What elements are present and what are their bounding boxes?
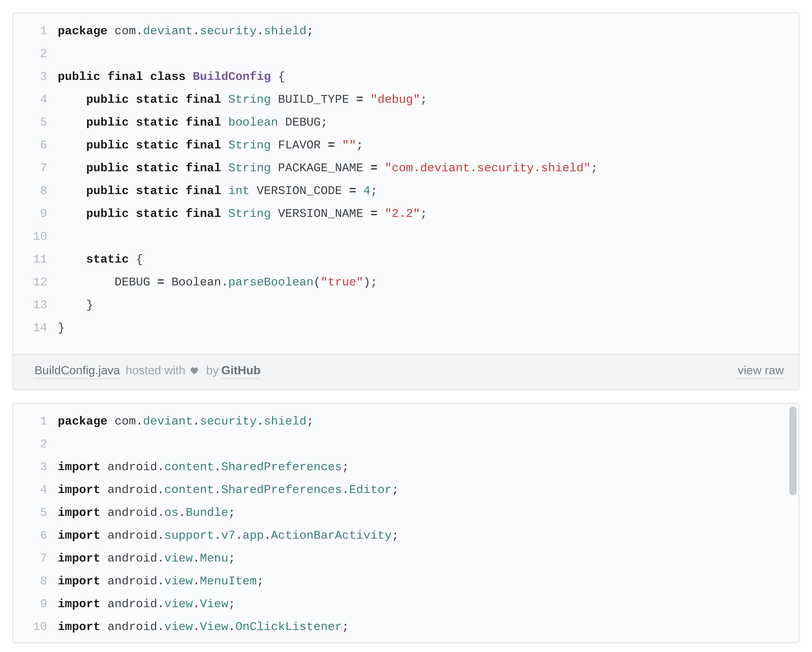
github-link[interactable]: GitHub	[221, 363, 261, 379]
code-line: 4import android.content.SharedPreference…	[13, 478, 799, 501]
line-number: 6	[13, 524, 58, 547]
line-number: 4	[13, 478, 58, 501]
code-content[interactable]: import android.os.Bundle;	[58, 501, 799, 524]
code-line: 8import android.view.MenuItem;	[13, 570, 799, 593]
line-number: 7	[13, 547, 58, 570]
code-line: 9 public static final String VERSION_NAM…	[13, 202, 799, 225]
line-number: 7	[13, 157, 58, 180]
line-number: 9	[13, 202, 58, 225]
code-line: 10	[13, 225, 799, 248]
gist-mainactivity: 1package com.deviant.security.shield;2 3…	[13, 403, 799, 643]
code-line: 4 public static final String BUILD_TYPE …	[13, 88, 799, 111]
line-number: 12	[13, 271, 58, 294]
line-number: 13	[13, 294, 58, 317]
code-content[interactable]: public static final String PACKAGE_NAME …	[58, 157, 799, 180]
code-line: 13 }	[13, 294, 799, 317]
code-area: 1package com.deviant.security.shield;2 3…	[13, 404, 799, 643]
code-content[interactable]: }	[58, 294, 799, 317]
line-number: 10	[13, 225, 58, 248]
line-number: 3	[13, 66, 58, 88]
code-line: 9import android.view.View;	[13, 593, 799, 615]
line-number: 2	[13, 433, 58, 455]
line-number: 6	[13, 134, 58, 157]
code-line: 8 public static final int VERSION_CODE =…	[13, 180, 799, 202]
code-content[interactable]: import android.support.v7.app.ActionBarA…	[58, 524, 799, 547]
code-line: 5 public static final boolean DEBUG;	[13, 111, 799, 134]
code-line: 7import android.view.Menu;	[13, 547, 799, 570]
code-line: 2	[13, 433, 799, 455]
gist-filename-link[interactable]: BuildConfig.java	[35, 363, 120, 379]
code-content[interactable]: public final class BuildConfig {	[58, 66, 799, 88]
code-content[interactable]: package com.deviant.security.shield;	[58, 20, 799, 43]
line-number: 5	[13, 501, 58, 524]
line-number: 8	[13, 180, 58, 202]
view-raw-link[interactable]: view raw	[738, 363, 784, 379]
code-line: 10import android.view.View.OnClickListen…	[13, 615, 799, 638]
line-number: 11	[13, 248, 58, 271]
code-line: 7 public static final String PACKAGE_NAM…	[13, 157, 799, 180]
code-line: 5import android.os.Bundle;	[13, 501, 799, 524]
by-text: by	[206, 363, 219, 377]
code-content[interactable]: static {	[58, 248, 799, 271]
code-content[interactable]: DEBUG = Boolean.parseBoolean("true");	[58, 271, 799, 294]
gist-buildconfig: 1package com.deviant.security.shield;2 3…	[13, 13, 799, 390]
code-content[interactable]: public static final String VERSION_NAME …	[58, 202, 799, 225]
code-content[interactable]: }	[58, 317, 799, 339]
code-content[interactable]: import android.view.View;	[58, 593, 799, 615]
line-number: 1	[13, 410, 58, 433]
code-content[interactable]: import android.view.Menu;	[58, 547, 799, 570]
code-content[interactable]: import android.view.MenuItem;	[58, 570, 799, 593]
code-content[interactable]: public static final int VERSION_CODE = 4…	[58, 180, 799, 202]
line-number: 1	[13, 20, 58, 43]
code-area: 1package com.deviant.security.shield;2 3…	[13, 13, 799, 354]
code-line: 1package com.deviant.security.shield;	[13, 20, 799, 43]
heart-icon	[190, 366, 199, 375]
code-line: 6import android.support.v7.app.ActionBar…	[13, 524, 799, 547]
code-content[interactable]: public static final String FLAVOR = "";	[58, 134, 799, 157]
code-line: 3public final class BuildConfig {	[13, 66, 799, 88]
code-line: 3import android.content.SharedPreference…	[13, 455, 799, 478]
code-content[interactable]	[58, 433, 799, 455]
code-content[interactable]: import android.content.SharedPreferences…	[58, 455, 799, 478]
code-content[interactable]: public static final boolean DEBUG;	[58, 111, 799, 134]
line-number: 10	[13, 615, 58, 638]
code-line: 2	[13, 43, 799, 66]
code-line: 1package com.deviant.security.shield;	[13, 410, 799, 433]
line-number: 2	[13, 43, 58, 66]
code-line: 14}	[13, 317, 799, 339]
line-number: 8	[13, 570, 58, 593]
code-content[interactable]	[58, 225, 799, 248]
scrollbar-thumb[interactable]	[789, 407, 797, 495]
line-number: 9	[13, 593, 58, 615]
code-content[interactable]: import android.content.SharedPreferences…	[58, 478, 799, 501]
code-content[interactable]: public static final String BUILD_TYPE = …	[58, 88, 799, 111]
code-line: 12 DEBUG = Boolean.parseBoolean("true");	[13, 271, 799, 294]
code-line: 11 static {	[13, 248, 799, 271]
gist-footer-left: BuildConfig.java hosted with by GitHub	[35, 363, 261, 379]
code-content[interactable]	[58, 43, 799, 66]
code-line: 6 public static final String FLAVOR = ""…	[13, 134, 799, 157]
gist-footer: BuildConfig.java hosted with by GitHub v…	[13, 354, 799, 390]
line-number: 3	[13, 455, 58, 478]
hosted-with-text: hosted with	[126, 363, 185, 377]
line-number: 14	[13, 317, 58, 339]
page: 1package com.deviant.security.shield;2 3…	[0, 0, 812, 652]
code-content[interactable]: package com.deviant.security.shield;	[58, 410, 799, 433]
line-number: 5	[13, 111, 58, 134]
line-number: 4	[13, 88, 58, 111]
code-content[interactable]: import android.view.View.OnClickListener…	[58, 615, 799, 638]
